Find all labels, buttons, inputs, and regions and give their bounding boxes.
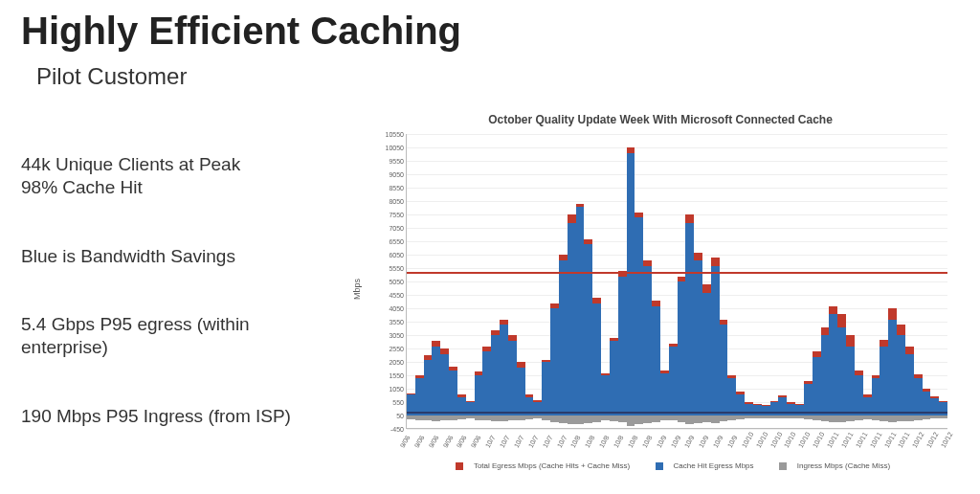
y-axis-label: Mbps xyxy=(352,279,362,300)
chart-bar xyxy=(923,134,931,428)
chart-bar xyxy=(627,134,635,428)
y-tick-label: 2550 xyxy=(368,346,407,352)
y-tick-label: 4550 xyxy=(368,292,407,299)
chart-bar xyxy=(930,134,939,428)
x-tick-label: 10/12 xyxy=(940,431,954,449)
bullet-item: 44k Unique Clients at Peak xyxy=(21,153,327,176)
chart-bar xyxy=(837,134,846,428)
y-tick-label: 2050 xyxy=(368,359,407,366)
chart-bar xyxy=(846,134,855,428)
x-tick-label: 10/8 xyxy=(627,435,639,449)
chart-bar xyxy=(643,134,652,428)
legend-item: Total Egress Mbps (Cache Hits + Cache Mi… xyxy=(474,461,630,470)
chart-bar xyxy=(550,134,559,428)
chart-bar xyxy=(652,134,660,428)
x-tick-label: 10/9 xyxy=(712,435,724,449)
x-tick-label: 10/10 xyxy=(741,431,755,449)
p95-ingress-line xyxy=(407,412,947,414)
chart-bar xyxy=(872,134,880,428)
y-tick-label: 50 xyxy=(368,413,407,419)
chart-bar xyxy=(863,134,872,428)
x-tick-label: 10/10 xyxy=(768,431,783,449)
chart-bar xyxy=(500,134,508,428)
chart-bar xyxy=(778,134,787,428)
legend-item: Cache Hit Egress Mbps xyxy=(674,461,754,470)
chart-bar xyxy=(736,134,745,428)
bullet-list: 44k Unique Clients at Peak 98% Cache Hit… xyxy=(21,153,327,474)
chart-bar xyxy=(821,134,830,428)
x-tick-label: 10/9 xyxy=(698,435,710,449)
y-tick-label: 5050 xyxy=(368,279,407,285)
chart-bar xyxy=(466,134,475,428)
y-tick-label: 9550 xyxy=(368,158,407,165)
y-tick-label: 8550 xyxy=(368,185,407,191)
chart-bar xyxy=(914,134,923,428)
chart-bar xyxy=(475,134,483,428)
x-tick-label: 9/06 xyxy=(441,435,454,449)
chart-legend: Total Egress Mbps (Cache Hits + Cache Mi… xyxy=(406,461,947,470)
x-tick-label: 9/06 xyxy=(399,435,412,449)
chart-bar xyxy=(685,134,694,428)
x-tick-label: 10/10 xyxy=(812,431,826,449)
y-tick-label: 7050 xyxy=(368,225,407,232)
chart-bar xyxy=(855,134,863,428)
y-tick-label: 550 xyxy=(368,399,407,406)
chart-bar xyxy=(559,134,568,428)
chart-bar xyxy=(440,134,449,428)
x-tick-label: 10/11 xyxy=(826,431,840,449)
chart-bar xyxy=(694,134,702,428)
chart-bar xyxy=(669,134,678,428)
chart-bar xyxy=(753,134,762,428)
chart-bar xyxy=(770,134,779,428)
y-tick-label: 9050 xyxy=(368,171,407,178)
chart-bar xyxy=(432,134,440,428)
x-tick-label: 10/12 xyxy=(911,431,925,449)
x-tick-label: 10/9 xyxy=(683,435,696,449)
x-tick-label: 10/11 xyxy=(840,431,855,449)
chart-bar xyxy=(517,134,525,428)
x-tick-label: 10/9 xyxy=(726,435,739,449)
x-tick-label: 10/7 xyxy=(484,435,497,449)
x-tick-label: 9/06 xyxy=(470,435,482,449)
y-tick-label: 1550 xyxy=(368,372,407,379)
x-tick-label: 10/8 xyxy=(569,435,582,449)
x-tick-label: 10/8 xyxy=(584,435,596,449)
chart-bar xyxy=(939,134,947,428)
chart-bar xyxy=(720,134,728,428)
chart-bar xyxy=(491,134,500,428)
x-tick-label: 9/06 xyxy=(456,435,468,449)
chart-bar xyxy=(424,134,433,428)
chart-bar xyxy=(660,134,669,428)
chart-bar xyxy=(905,134,914,428)
chart-bar xyxy=(610,134,618,428)
chart-bar xyxy=(601,134,610,428)
y-tick-label: 6550 xyxy=(368,238,407,245)
y-tick-label: 7550 xyxy=(368,212,407,218)
chart-bar xyxy=(727,134,736,428)
y-tick-label: 1050 xyxy=(368,386,407,393)
chart-bar xyxy=(584,134,592,428)
page-subtitle: Pilot Customer xyxy=(36,63,187,90)
y-tick-label: 4050 xyxy=(368,305,407,312)
chart-bar xyxy=(787,134,795,428)
chart: October Quality Update Week With Microso… xyxy=(364,113,957,486)
x-tick-label: 10/8 xyxy=(640,435,653,449)
y-tick-label: 8050 xyxy=(368,198,407,205)
y-tick-label: 10050 xyxy=(368,145,407,151)
x-tick-label: 10/7 xyxy=(541,435,553,449)
bullet-item: 98% Cache Hit xyxy=(21,176,327,199)
bullet-item: Blue is Bandwidth Savings xyxy=(21,245,327,268)
x-tick-label: 10/7 xyxy=(499,435,511,449)
x-tick-label: 10/10 xyxy=(754,431,768,449)
chart-bar xyxy=(635,134,643,428)
chart-title: October Quality Update Week With Microso… xyxy=(364,113,957,126)
x-tick-label: 10/11 xyxy=(897,431,911,449)
x-tick-label: 10/7 xyxy=(555,435,568,449)
chart-bar xyxy=(880,134,888,428)
x-tick-label: 10/10 xyxy=(797,431,812,449)
p95-egress-line xyxy=(407,272,947,274)
x-tick-label: 10/7 xyxy=(513,435,525,449)
chart-bar xyxy=(415,134,424,428)
y-tick-label: 3050 xyxy=(368,332,407,339)
chart-bar xyxy=(533,134,542,428)
